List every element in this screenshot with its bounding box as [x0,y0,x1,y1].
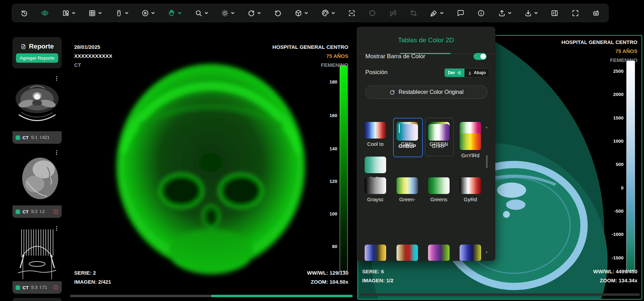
modality-label: CT [23,285,28,290]
colormap-option[interactable]: Cool to [360,122,391,147]
grid-layout-button[interactable] [88,9,102,17]
show-colorbar-toggle[interactable] [473,53,487,60]
bot-icon [592,9,600,17]
refresh-icon [389,89,395,95]
annotation-pen-button[interactable] [430,9,444,17]
pan-tool-button[interactable] [168,9,182,17]
institution-overlay: HOSPITAL GENERAL CENTRO 75 AÑOS FEMENINO [272,43,348,70]
chevron-down-icon [534,11,538,15]
ai-assistant-button[interactable] [592,9,600,17]
add-report-button[interactable]: Agregar Reporte [16,53,58,63]
colormap-option[interactable] [423,245,454,261]
export-button[interactable] [498,9,512,17]
target-crosshair-button[interactable] [368,9,376,17]
eye-icon [41,9,49,17]
thumbnail-menu-button[interactable]: ⋮ [54,76,59,81]
thumbnail-menu-button[interactable]: ⋮ [54,150,59,155]
chevron-down-icon [204,11,208,15]
zoom-label: ZOOM: 104.50x [307,277,348,286]
imagen-label: IMAGEN: 1/2 [362,276,393,285]
window-zoom-overlay: WW/WL: 129/130 ZOOM: 104.50x [307,268,348,286]
colorbar-tick: -1500 [606,255,624,260]
download-button[interactable] [524,9,538,17]
magnifier-icon [195,9,202,17]
series-thumbnail-3[interactable]: ⋮ CT S:3 I:71 [12,224,62,294]
scroll-up-icon[interactable]: ▲ [485,125,488,129]
window-level-button[interactable] [221,9,235,17]
colormap-palette-button[interactable] [321,9,335,17]
comment-button[interactable] [457,9,464,17]
rotate-left-button[interactable] [274,9,282,17]
info-button[interactable] [477,9,485,17]
viewport-colorbar [340,65,348,271]
mouse-bindings-button[interactable] [115,9,129,17]
hospital-name: HOSPITAL GENERAL CENTRO [562,38,637,47]
layout-config-icon [62,9,70,17]
zoom-label: ZOOM: 134.34x [593,276,637,285]
colorbar-tick: -1000 [606,232,624,237]
ct-skull-lateral-preview [12,148,62,205]
cube-3d-icon [295,9,302,17]
reset-color-button[interactable]: Restablecer Color Original [365,86,487,99]
position-option-right[interactable]: Der [445,69,464,77]
image-scrollbar[interactable] [360,293,640,296]
modality-label: CT [23,209,28,214]
image-scrollbar-thumb[interactable] [211,295,353,297]
rotate-right-button[interactable] [247,9,261,17]
series-thumbnail-1[interactable]: ⋮ CT S:1 I:421 [12,74,62,144]
scroll-down-icon[interactable]: ▼ [485,250,488,254]
image-scrollbar[interactable] [70,295,353,297]
colorbar-tick: 500 [606,162,624,167]
viewport-left[interactable]: 28/01/2025 XXXXXXXXXXX CT HOSPITAL GENER… [70,39,353,301]
thumbnail-footer: CT S:2 I:2 [12,205,62,218]
series-number: S:3 [31,285,37,290]
orbit-button[interactable] [389,9,397,17]
chevron-down-icon [257,11,261,15]
zoom-tool-button[interactable] [195,9,208,17]
panel-scrollbar[interactable] [486,155,488,168]
colormap-option[interactable] [360,245,391,261]
position-option-bottom[interactable]: Abajo [464,69,489,77]
ct-axial-neck-preview [12,74,62,131]
fullscreen-button[interactable] [572,9,579,17]
series-thumbnail-4-partial[interactable] [12,298,62,301]
colormap-option[interactable]: GnYlRd [455,157,486,158]
colormap-option[interactable]: GyRd [455,177,486,202]
colormap-option[interactable]: Greens [423,177,454,202]
crop-icon [410,9,417,17]
layout-config-button[interactable] [62,9,76,17]
cine-play-button[interactable] [141,9,155,17]
grid-icon [88,9,96,17]
colorbar-tick: 2000 [606,92,624,97]
chevron-down-icon [440,11,444,15]
series-thumbnail-2[interactable]: ⋮ CT S:2 I:2 [12,148,62,218]
history-icon [20,9,28,17]
side-panel-toggle-button[interactable] [551,9,558,17]
comment-bubble-icon [457,9,464,17]
viewport-colorbar [626,61,635,271]
colorbar-tick: 140 [320,146,337,151]
thumbnail-menu-button[interactable]: ⋮ [54,225,59,231]
position-segmented-control: Der Abajo [444,68,489,77]
colormap-option[interactable]: Green- [392,177,423,202]
colorbar-tick: 1500 [606,115,624,121]
volume-3d-button[interactable] [295,9,308,17]
series-color-chip [16,135,20,140]
colorbar-tick: 100 [320,211,337,216]
target-icon [368,9,376,17]
colormap-option[interactable] [455,245,486,261]
colorbar-tick: 180 [320,79,337,85]
crop-button[interactable] [410,9,417,17]
colormap-option[interactable]: Graysc [360,177,391,202]
window-zoom-overlay: WW/WL: 4499/450 ZOOM: 134.34x [593,267,637,285]
colormap-option[interactable] [392,245,423,261]
hospital-name: HOSPITAL GENERAL CENTRO [272,43,348,52]
scan-region-button[interactable] [348,9,356,17]
report-title: Reporte [29,43,54,50]
colorbar-tick: 2500 [606,69,624,74]
rotate-clockwise-icon [247,9,255,17]
report-header: Reporte [20,43,54,50]
visibility-button[interactable] [41,9,49,17]
history-button[interactable] [20,9,28,17]
chevron-down-icon [151,11,155,15]
